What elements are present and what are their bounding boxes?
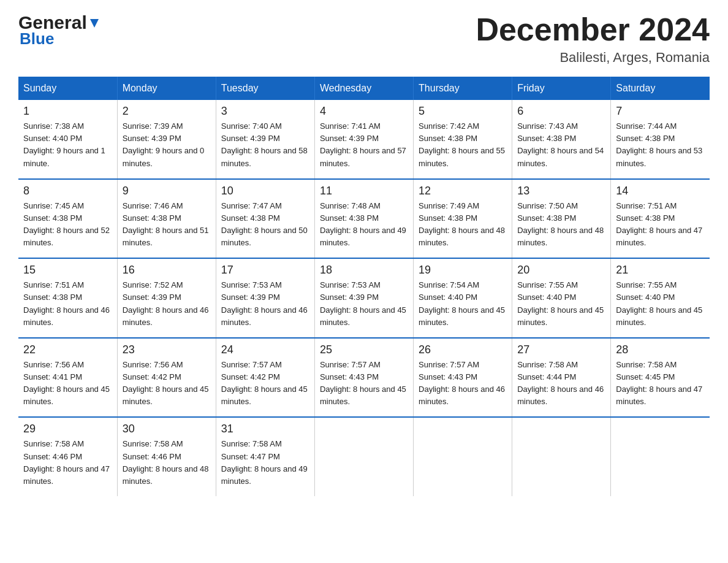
- day-info: Sunrise: 7:57 AMSunset: 4:43 PMDaylight:…: [320, 359, 408, 408]
- logo: General Blue: [18, 12, 101, 48]
- day-number: 7: [616, 105, 705, 118]
- day-info: Sunrise: 7:39 AMSunset: 4:39 PMDaylight:…: [123, 120, 211, 170]
- day-cell: 4 Sunrise: 7:41 AMSunset: 4:39 PMDayligh…: [314, 100, 413, 179]
- day-cell: 22 Sunrise: 7:56 AMSunset: 4:41 PMDaylig…: [18, 338, 117, 418]
- day-info: Sunrise: 7:45 AMSunset: 4:38 PMDaylight:…: [23, 200, 112, 250]
- day-cell: 11 Sunrise: 7:48 AMSunset: 4:38 PMDaylig…: [314, 179, 413, 259]
- day-number: 19: [419, 264, 507, 277]
- day-info: Sunrise: 7:55 AMSunset: 4:40 PMDaylight:…: [616, 279, 705, 329]
- day-cell: 12 Sunrise: 7:49 AMSunset: 4:38 PMDaylig…: [414, 179, 512, 259]
- day-info: Sunrise: 7:38 AMSunset: 4:40 PMDaylight:…: [23, 120, 112, 170]
- day-info: Sunrise: 7:47 AMSunset: 4:38 PMDaylight:…: [221, 200, 309, 250]
- day-cell: 19 Sunrise: 7:54 AMSunset: 4:40 PMDaylig…: [414, 258, 512, 338]
- day-info: Sunrise: 7:56 AMSunset: 4:41 PMDaylight:…: [23, 359, 112, 408]
- day-info: Sunrise: 7:58 AMSunset: 4:47 PMDaylight:…: [221, 438, 309, 488]
- week-row-1: 1 Sunrise: 7:38 AMSunset: 4:40 PMDayligh…: [18, 100, 710, 179]
- day-info: Sunrise: 7:52 AMSunset: 4:39 PMDaylight:…: [123, 279, 211, 329]
- day-cell: 5 Sunrise: 7:42 AMSunset: 4:38 PMDayligh…: [414, 100, 512, 179]
- day-info: Sunrise: 7:58 AMSunset: 4:46 PMDaylight:…: [123, 438, 211, 488]
- logo-triangle-icon: [88, 17, 101, 30]
- day-cell: 13 Sunrise: 7:50 AMSunset: 4:38 PMDaylig…: [512, 179, 611, 259]
- day-cell: 30 Sunrise: 7:58 AMSunset: 4:46 PMDaylig…: [117, 417, 216, 496]
- day-cell: 20 Sunrise: 7:55 AMSunset: 4:40 PMDaylig…: [512, 258, 611, 338]
- day-number: 30: [123, 423, 211, 435]
- day-info: Sunrise: 7:42 AMSunset: 4:38 PMDaylight:…: [419, 120, 507, 170]
- day-number: 18: [320, 264, 408, 277]
- day-number: 12: [419, 185, 507, 197]
- day-number: 11: [320, 185, 408, 197]
- day-number: 24: [221, 343, 309, 356]
- header-sunday: Sunday: [18, 77, 117, 100]
- day-cell: 8 Sunrise: 7:45 AMSunset: 4:38 PMDayligh…: [18, 179, 117, 259]
- day-cell: 18 Sunrise: 7:53 AMSunset: 4:39 PMDaylig…: [314, 258, 413, 338]
- day-info: Sunrise: 7:51 AMSunset: 4:38 PMDaylight:…: [616, 200, 705, 250]
- day-cell: 27 Sunrise: 7:58 AMSunset: 4:44 PMDaylig…: [512, 338, 611, 418]
- day-cell: 25 Sunrise: 7:57 AMSunset: 4:43 PMDaylig…: [314, 338, 413, 418]
- day-number: 27: [517, 343, 605, 356]
- day-info: Sunrise: 7:43 AMSunset: 4:38 PMDaylight:…: [517, 120, 605, 170]
- day-cell: 2 Sunrise: 7:39 AMSunset: 4:39 PMDayligh…: [117, 100, 216, 179]
- svg-marker-0: [90, 19, 99, 28]
- day-info: Sunrise: 7:58 AMSunset: 4:44 PMDaylight:…: [517, 359, 605, 408]
- day-info: Sunrise: 7:54 AMSunset: 4:40 PMDaylight:…: [419, 279, 507, 329]
- day-number: 26: [419, 343, 507, 356]
- day-info: Sunrise: 7:57 AMSunset: 4:43 PMDaylight:…: [419, 359, 507, 408]
- page-header: General Blue December 2024 Balilesti, Ar…: [18, 12, 710, 66]
- day-number: 3: [221, 105, 309, 118]
- day-cell: 7 Sunrise: 7:44 AMSunset: 4:38 PMDayligh…: [611, 100, 710, 179]
- week-row-5: 29 Sunrise: 7:58 AMSunset: 4:46 PMDaylig…: [18, 417, 710, 496]
- day-cell: 16 Sunrise: 7:52 AMSunset: 4:39 PMDaylig…: [117, 258, 216, 338]
- day-number: 15: [23, 264, 112, 277]
- day-info: Sunrise: 7:41 AMSunset: 4:39 PMDaylight:…: [320, 120, 408, 170]
- header-saturday: Saturday: [611, 77, 710, 100]
- week-row-3: 15 Sunrise: 7:51 AMSunset: 4:38 PMDaylig…: [18, 258, 710, 338]
- page-title: December 2024: [476, 12, 710, 47]
- header-tuesday: Tuesday: [216, 77, 314, 100]
- day-cell: [611, 417, 710, 496]
- day-cell: 21 Sunrise: 7:55 AMSunset: 4:40 PMDaylig…: [611, 258, 710, 338]
- day-info: Sunrise: 7:55 AMSunset: 4:40 PMDaylight:…: [517, 279, 605, 329]
- day-number: 8: [23, 185, 112, 197]
- day-number: 1: [23, 105, 112, 118]
- day-cell: 1 Sunrise: 7:38 AMSunset: 4:40 PMDayligh…: [18, 100, 117, 179]
- calendar-table: SundayMondayTuesdayWednesdayThursdayFrid…: [18, 77, 710, 496]
- day-info: Sunrise: 7:51 AMSunset: 4:38 PMDaylight:…: [23, 279, 112, 329]
- day-cell: 15 Sunrise: 7:51 AMSunset: 4:38 PMDaylig…: [18, 258, 117, 338]
- day-info: Sunrise: 7:57 AMSunset: 4:42 PMDaylight:…: [221, 359, 309, 408]
- calendar-header-row: SundayMondayTuesdayWednesdayThursdayFrid…: [18, 77, 710, 100]
- day-number: 22: [23, 343, 112, 356]
- day-info: Sunrise: 7:56 AMSunset: 4:42 PMDaylight:…: [123, 359, 211, 408]
- day-cell: 24 Sunrise: 7:57 AMSunset: 4:42 PMDaylig…: [216, 338, 314, 418]
- day-number: 25: [320, 343, 408, 356]
- day-number: 17: [221, 264, 309, 277]
- day-cell: 9 Sunrise: 7:46 AMSunset: 4:38 PMDayligh…: [117, 179, 216, 259]
- day-info: Sunrise: 7:49 AMSunset: 4:38 PMDaylight:…: [419, 200, 507, 250]
- day-cell: 14 Sunrise: 7:51 AMSunset: 4:38 PMDaylig…: [611, 179, 710, 259]
- day-info: Sunrise: 7:53 AMSunset: 4:39 PMDaylight:…: [320, 279, 408, 329]
- day-number: 23: [123, 343, 211, 356]
- day-number: 21: [616, 264, 705, 277]
- day-number: 13: [517, 185, 605, 197]
- week-row-2: 8 Sunrise: 7:45 AMSunset: 4:38 PMDayligh…: [18, 179, 710, 259]
- day-info: Sunrise: 7:58 AMSunset: 4:45 PMDaylight:…: [616, 359, 705, 408]
- header-friday: Friday: [512, 77, 611, 100]
- day-cell: 23 Sunrise: 7:56 AMSunset: 4:42 PMDaylig…: [117, 338, 216, 418]
- day-cell: [512, 417, 611, 496]
- day-info: Sunrise: 7:44 AMSunset: 4:38 PMDaylight:…: [616, 120, 705, 170]
- day-cell: 6 Sunrise: 7:43 AMSunset: 4:38 PMDayligh…: [512, 100, 611, 179]
- day-info: Sunrise: 7:40 AMSunset: 4:39 PMDaylight:…: [221, 120, 309, 170]
- day-cell: 28 Sunrise: 7:58 AMSunset: 4:45 PMDaylig…: [611, 338, 710, 418]
- day-cell: 29 Sunrise: 7:58 AMSunset: 4:46 PMDaylig…: [18, 417, 117, 496]
- day-info: Sunrise: 7:48 AMSunset: 4:38 PMDaylight:…: [320, 200, 408, 250]
- day-info: Sunrise: 7:46 AMSunset: 4:38 PMDaylight:…: [123, 200, 211, 250]
- day-number: 6: [517, 105, 605, 118]
- day-number: 28: [616, 343, 705, 356]
- header-monday: Monday: [117, 77, 216, 100]
- header-thursday: Thursday: [414, 77, 512, 100]
- day-cell: 26 Sunrise: 7:57 AMSunset: 4:43 PMDaylig…: [414, 338, 512, 418]
- day-info: Sunrise: 7:53 AMSunset: 4:39 PMDaylight:…: [221, 279, 309, 329]
- day-cell: [314, 417, 413, 496]
- day-number: 9: [123, 185, 211, 197]
- day-number: 29: [23, 423, 112, 435]
- day-cell: [414, 417, 512, 496]
